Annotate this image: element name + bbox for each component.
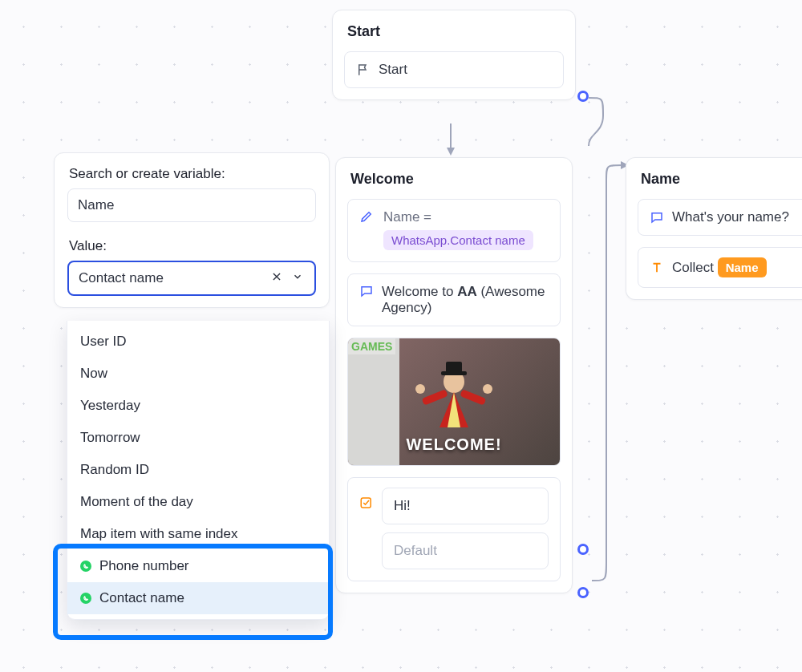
image-caption: WELCOME! [406,435,501,454]
dropdown-item-label: Moment of the day [80,494,193,510]
port-start-out[interactable] [577,91,589,102]
dropdown-item[interactable]: Contact name [67,582,329,614]
dropdown-item[interactable]: Tomorrow [67,422,329,454]
dropdown-item-label: Phone number [99,558,189,574]
chat-icon [359,284,374,298]
whatsapp-icon [80,593,91,604]
connector-start-to-welcome [446,123,462,160]
dropdown-item[interactable]: Phone number [67,550,329,582]
text-icon [650,261,664,275]
start-node[interactable]: Start Start [332,10,576,100]
choice-option-input[interactable]: Hi! [382,488,549,524]
pencil-icon [359,209,374,224]
dropdown-item[interactable]: Moment of the day [67,486,329,518]
image-badge: GAMES [348,338,395,354]
chevron-down-icon[interactable] [290,270,305,286]
dropdown-item-label: User ID [80,334,127,350]
checkbox-icon [359,496,374,510]
send-message-block[interactable]: Welcome to AA (Awesome Agency) [347,273,561,326]
dropdown-item[interactable]: User ID [67,326,329,358]
flag-icon [356,63,371,77]
image-block[interactable]: GAMES WELCOME! [347,338,561,466]
message-text: Welcome to AA (Awesome Agency) [382,284,549,316]
dropdown-item[interactable]: Random ID [67,454,329,486]
choice-block[interactable]: Hi! Default [347,477,561,581]
svg-rect-9 [361,498,371,508]
port-choice-1[interactable] [577,544,589,555]
value-label: Value: [55,227,329,261]
search-or-create-label: Search or create variable: [55,155,329,188]
dropdown-item-label: Map item with same index [80,526,238,542]
welcome-node[interactable]: Welcome Name = WhatsApp.Contact name Wel… [335,157,573,593]
name-node-title: Name [626,158,802,199]
connector-start-right [584,96,616,160]
start-step-label: Start [379,62,407,78]
question-block[interactable]: What's your name? [638,199,802,236]
choice-default-input[interactable]: Default [382,532,549,569]
clear-icon[interactable] [269,270,284,286]
value-combobox-value: Contact name [79,270,164,286]
value-combobox[interactable]: Contact name [67,261,316,296]
whatsapp-icon [80,561,91,572]
svg-rect-6 [460,389,486,405]
dropdown-item-label: Now [80,366,107,382]
question-text: What's your name? [672,209,789,225]
dropdown-item[interactable]: Map item with same index [67,518,329,550]
start-node-title: Start [333,10,575,51]
variable-name: Name [383,209,419,225]
variable-editor-panel: Search or create variable: Name Value: C… [54,152,330,308]
dropdown-item-label: Random ID [80,462,149,478]
svg-rect-5 [422,389,448,405]
chat-icon [650,210,664,225]
value-dropdown-list: User IDNowYesterdayTomorrowRandom IDMome… [67,321,330,620]
collect-variable-chip: Name [718,257,767,277]
dropdown-item-label: Contact name [99,590,184,606]
dropdown-item[interactable]: Now [67,358,329,390]
set-variable-block[interactable]: Name = WhatsApp.Contact name [347,199,561,262]
collect-label: Collect Name [672,257,767,277]
svg-rect-4 [441,371,467,375]
start-step-row[interactable]: Start [344,51,564,88]
svg-point-7 [415,384,425,394]
equals-sign: = [419,209,431,225]
welcome-node-title: Welcome [336,158,572,199]
name-node[interactable]: Name What's your name? Collect Name [626,157,802,300]
dropdown-item-label: Yesterday [80,398,140,414]
dropdown-item[interactable]: Yesterday [67,390,329,422]
dropdown-item-label: Tomorrow [80,430,140,446]
image-preview: GAMES WELCOME! [348,338,560,465]
svg-point-8 [483,384,492,394]
variable-value-chip: WhatsApp.Contact name [383,230,533,250]
port-choice-default[interactable] [577,587,589,598]
svg-rect-3 [446,362,462,373]
variable-name-input[interactable]: Name [67,188,316,222]
collect-block[interactable]: Collect Name [638,247,802,288]
